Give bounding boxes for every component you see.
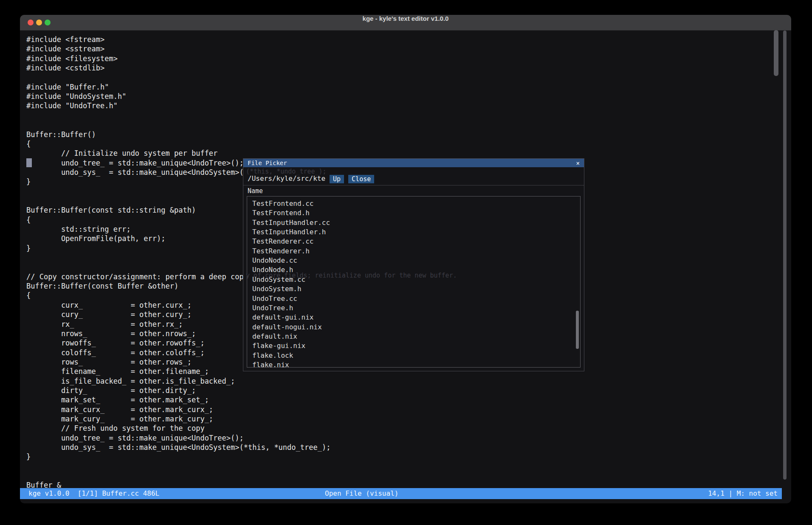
file-list-item[interactable]: TestFrontend.h [252,208,310,218]
file-list: TestFrontend.ccTestFrontend.hTestInputHa… [247,196,581,368]
code-line: #include "UndoSystem.h" [26,92,126,101]
code-line: { [26,291,31,300]
status-left: kge v1.0.0 [1/1] Buffer.cc 486L [28,488,159,499]
file-list-item[interactable]: flake.lock [252,351,293,360]
code-line: nrows_ = other.nrows_; [26,329,196,338]
code-line: // Initialize undo system per buffer [26,149,217,158]
file-picker-title: File Picker [248,159,287,167]
file-list-item[interactable]: UndoSystem.h [252,284,302,294]
file-list-item[interactable]: TestFrontend.cc [252,199,314,208]
window-title: kge - kyle's text editor v1.0.0 [20,15,791,31]
window-titlebar: kge - kyle's text editor v1.0.0 [20,15,791,31]
code-line: mark_curx_ = other.mark_curx_; [26,405,213,414]
file-list-item[interactable]: UndoSystem.cc [252,275,305,284]
current-path: /Users/kyle/src/kte [248,174,325,182]
code-line: rowoffs_ = other.rowoffs_; [26,338,205,348]
code-line: mark_cury_ = other.mark_cury_; [26,414,213,424]
code-line: #include <sstream> [26,44,104,53]
status-mode: Open File (visual) [325,488,398,499]
code-line: Buffer::Buffer(const std::string &path) [26,205,196,215]
up-button[interactable]: Up [330,175,344,183]
code-line: } [26,177,31,186]
window-scrollbar-track[interactable] [783,31,787,480]
code-line: is_file_backed_ = other.is_file_backed_; [26,376,235,386]
editor-scrollbar-thumb[interactable] [774,30,778,76]
code-line: #include <filesystem> [26,54,118,63]
code-line: #include <cstdlib> [26,63,104,73]
file-list-item[interactable]: TestInputHandler.h [252,227,326,237]
close-button[interactable]: Close [348,175,374,183]
file-list-item[interactable]: UndoTree.h [252,303,293,313]
column-header-name: Name [248,187,263,195]
app-window: kge - kyle's text editor v1.0.0 #include… [20,15,791,503]
code-line: Buffer::Buffer() [26,130,96,139]
file-picker-titlebar[interactable]: File Picker ✕ [243,159,584,167]
divider [243,185,584,185]
code-line: filename_ = other.filename_; [26,367,209,376]
code-line: undo_tree_ = std::make_unique<UndoTree>(… [26,158,244,168]
file-list-item[interactable]: flake.nix [252,360,289,370]
code-line: undo_sys_ = std::make_unique<UndoSystem>… [26,443,330,452]
code-line: #include <fstream> [26,35,104,44]
file-list-scrollbar-thumb[interactable] [576,311,579,349]
file-list-item[interactable]: UndoTree.cc [252,294,297,303]
code-line: // Fresh undo system for the copy [26,424,205,433]
code-line: OpenFromFile(path, err); [26,234,166,243]
code-line: rows_ = other.rows_; [26,357,192,367]
code-line: } [26,452,31,461]
code-line: } [26,244,31,253]
file-list-item[interactable]: TestInputHandler.cc [252,218,330,227]
code-line: coloffs_ = other.coloffs_; [26,348,205,357]
file-picker-path-row: /Users/kyle/src/kteUpClose [248,174,374,183]
file-list-item[interactable]: TestRenderer.h [252,247,310,256]
code-line: std::string err; [26,225,131,234]
code-line: cury_ = other.cury_; [26,310,192,319]
close-icon[interactable]: ✕ [576,159,580,167]
file-list-item[interactable]: TestRenderer.cc [252,237,314,246]
code-line: rx_ = other.rx_; [26,320,183,329]
code-line: mark_set_ = other.mark_set_; [26,395,209,404]
file-list-item[interactable]: flake-gui.nix [252,341,305,351]
file-list-item[interactable]: UndoNode.cc [252,256,297,265]
status-cursor-position: 14,1 | M: not set [708,488,778,499]
code-line: dirty_ = other.dirty_; [26,386,196,395]
code-line: #include "Buffer.h" [26,82,109,92]
code-line: curx_ = other.curx_; [26,300,192,310]
code-line: { [26,139,31,149]
code-line: Buffer::Buffer(const Buffer &other) [26,281,178,291]
file-list-item[interactable]: default-gui.nix [252,313,314,322]
code-line: undo_tree_ = std::make_unique<UndoTree>(… [26,433,244,443]
file-list-item[interactable]: UndoNode.h [252,265,293,275]
file-picker-dialog: File Picker ✕ (*this, *undo_tree_); /Use… [243,158,584,371]
status-bar: kge v1.0.0 [1/1] Buffer.cc 486L Open Fil… [20,488,782,499]
code-line: #include "UndoTree.h" [26,101,118,110]
file-list-item[interactable]: default-nogui.nix [252,323,322,332]
file-list-item[interactable]: default.nix [252,332,297,341]
code-line: { [26,215,31,225]
